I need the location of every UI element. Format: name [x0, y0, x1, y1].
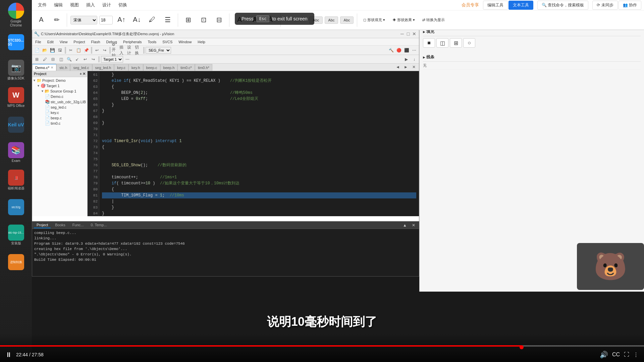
- align-left-btn[interactable]: ⊞: [181, 14, 195, 26]
- ide-minimize-btn[interactable]: ─: [399, 31, 405, 37]
- tab-beep-h[interactable]: beep.h: [160, 64, 178, 71]
- wps-member[interactable]: 会员专享: [458, 1, 482, 9]
- tab-scroll-right[interactable]: ►: [402, 64, 410, 71]
- ide-menu-window[interactable]: Window: [177, 39, 193, 45]
- build-tab-func[interactable]: Func...: [70, 222, 87, 228]
- tab-beep-c[interactable]: beep.c: [143, 64, 160, 71]
- tree-project-root[interactable]: ▼ 📁 Project: Demo: [33, 78, 87, 83]
- font-size-increase[interactable]: A↑: [115, 14, 128, 25]
- abc-btn2[interactable]: Abc: [325, 16, 338, 24]
- build-close[interactable]: ✕: [410, 222, 417, 229]
- progress-bar-container[interactable]: [0, 345, 644, 347]
- sidebar-item-stc32[interactable]: stc32g: [3, 194, 30, 221]
- build-tab-temp[interactable]: 0. Temp...: [88, 222, 109, 228]
- ide-close-btn[interactable]: ✕: [411, 31, 417, 37]
- wps-menu-file[interactable]: 文件: [35, 1, 50, 9]
- ide-menu-project[interactable]: Project: [72, 39, 86, 45]
- tree-target[interactable]: ▼ 🎯 Target 1: [33, 83, 87, 88]
- tree-file-demo-c[interactable]: 📄 Demo.c: [33, 94, 87, 99]
- toolbar2-btn8[interactable]: ↪: [90, 56, 97, 63]
- prop-header-stroke[interactable]: ▸ 线条: [423, 53, 641, 62]
- tree-file-beep[interactable]: 📄 beep.c: [33, 115, 87, 121]
- wps-menu-view[interactable]: 视图: [67, 1, 82, 9]
- wps-edit-tool[interactable]: 编辑工具: [483, 1, 508, 10]
- toolbar2-btn5[interactable]: 🔍: [65, 56, 73, 63]
- build-tab-books[interactable]: Books: [52, 222, 68, 228]
- abc-btn3[interactable]: Abc: [340, 16, 354, 24]
- ide-menu-view[interactable]: View: [58, 39, 69, 45]
- wps-menu-switch[interactable]: 切换: [115, 1, 130, 9]
- toolbar2-btn1[interactable]: ⊞: [33, 56, 41, 63]
- wps-collab[interactable]: 👥 协作: [619, 1, 641, 10]
- ide-maximize-btn[interactable]: □: [405, 31, 411, 37]
- toolbar-undo[interactable]: ↩: [93, 47, 101, 54]
- tab-stc-h[interactable]: stc.h: [56, 64, 70, 71]
- tab-tim0-h[interactable]: tim0.h*: [195, 64, 212, 71]
- wps-menu-design[interactable]: 设计: [99, 1, 114, 9]
- toolbar-save[interactable]: 💾: [49, 47, 56, 54]
- tab-seg-led-c[interactable]: seg_led.c: [70, 64, 92, 71]
- wps-unsync[interactable]: ⟳ 未同步: [592, 1, 618, 10]
- toolbar-build-btn[interactable]: ⚙ 开始: [112, 47, 119, 54]
- toolbar2-btn2[interactable]: 🖊: [41, 56, 49, 63]
- toolbar2-debug-run[interactable]: ▶: [402, 56, 410, 63]
- toolbar-build-all[interactable]: 🔨: [387, 47, 395, 54]
- font-size-input[interactable]: [99, 16, 113, 24]
- code-scroll[interactable]: 61 62 63 64 65 66 67 68 69 70 71 72 73 7…: [88, 71, 419, 216]
- sidebar-item-chrome[interactable]: GoogleChrome: [3, 2, 30, 28]
- toolbar-cut2[interactable]: 切换: [135, 47, 142, 54]
- more-options-btn[interactable]: ⋮: [633, 352, 639, 358]
- sidebar-item-exam[interactable]: 📚 Exam: [3, 139, 30, 166]
- font-name-select[interactable]: 宋体: [70, 16, 97, 24]
- toolbar-open[interactable]: 📂: [41, 47, 48, 54]
- toolbar2-debug-step[interactable]: ↓: [411, 56, 418, 63]
- wps-text-a-btn[interactable]: A: [35, 14, 48, 25]
- toolbar-design[interactable]: 设计: [127, 47, 135, 54]
- wps-menu-insert[interactable]: 插入: [83, 1, 98, 9]
- toolbar2-btn6[interactable]: ↙: [73, 56, 81, 63]
- toolbar2-btn4[interactable]: ◫: [57, 56, 65, 63]
- code-lines[interactable]: } else if( KEY_ReadState( KEY1 ) == KEY_…: [99, 71, 419, 216]
- seg-fre-select[interactable]: SEG_Fre: [146, 47, 171, 54]
- align-right-btn[interactable]: ⊟: [212, 14, 226, 26]
- list-btn[interactable]: ☰: [161, 14, 174, 26]
- tab-demo-c[interactable]: Demo.c* ✕: [32, 64, 56, 71]
- fill-option-pattern[interactable]: ⊞: [450, 38, 462, 48]
- toolbar-new[interactable]: 📄: [33, 47, 41, 54]
- tab-demo-c-close[interactable]: ✕: [51, 66, 53, 69]
- ide-menu-tools[interactable]: Tools: [147, 39, 158, 45]
- project-expand-btn[interactable]: +: [80, 72, 82, 76]
- sidebar-item-camera[interactable]: 📷 摄像头SDK: [3, 57, 30, 83]
- toolbar-save-all[interactable]: 🖫: [56, 47, 64, 54]
- tab-key-c[interactable]: key.c: [114, 64, 128, 71]
- target-select[interactable]: Target 1: [101, 56, 123, 63]
- wps-stroke-btn[interactable]: ✏: [50, 14, 63, 26]
- project-close-btn[interactable]: ✕: [83, 72, 86, 76]
- ide-menu-help[interactable]: Help: [196, 39, 207, 45]
- tree-source-group[interactable]: ▼ 📂 Source Group 1: [33, 88, 87, 94]
- ide-menu-edit[interactable]: Edit: [46, 39, 55, 45]
- fill-option-gradient[interactable]: ◫: [436, 38, 448, 48]
- toolbar-paste[interactable]: 📌: [83, 47, 90, 54]
- tab-close-all[interactable]: ✕: [410, 64, 418, 71]
- font-size-decrease[interactable]: A↓: [130, 14, 144, 25]
- sidebar-item-keil[interactable]: Keil uV: [3, 112, 30, 138]
- volume-btn[interactable]: 🔊: [600, 351, 608, 359]
- caption-btn[interactable]: CC: [612, 352, 620, 358]
- sidebar-item-stcisp[interactable]: stc-isp-15... 安装版: [3, 222, 30, 248]
- tab-key-h[interactable]: key.h: [128, 64, 143, 71]
- toolbar2-more[interactable]: ⋯: [124, 56, 131, 63]
- fill-option-solid[interactable]: ■: [423, 38, 435, 48]
- sidebar-item-jz[interactable]: 进制转换: [3, 249, 30, 276]
- toolbar-copy[interactable]: 📋: [75, 47, 82, 54]
- ide-menu-file[interactable]: File: [34, 39, 43, 45]
- tree-file-tim0[interactable]: 📄 tim0.c: [33, 121, 87, 126]
- shape-fill-btn[interactable]: ◻ 形状填充 ▾: [361, 16, 388, 24]
- highlight-btn[interactable]: 🖊: [146, 14, 159, 25]
- play-pause-btn[interactable]: ⏸: [5, 351, 12, 359]
- toolbar-more[interactable]: ⋯: [411, 47, 418, 54]
- tree-file-seg-led[interactable]: 📄 seg_led.c: [33, 105, 87, 110]
- toolbar-cut[interactable]: ✂: [67, 47, 74, 54]
- toolbar2-btn7[interactable]: ↩: [82, 56, 89, 63]
- sidebar-item-wps[interactable]: W WPS Office: [3, 84, 30, 111]
